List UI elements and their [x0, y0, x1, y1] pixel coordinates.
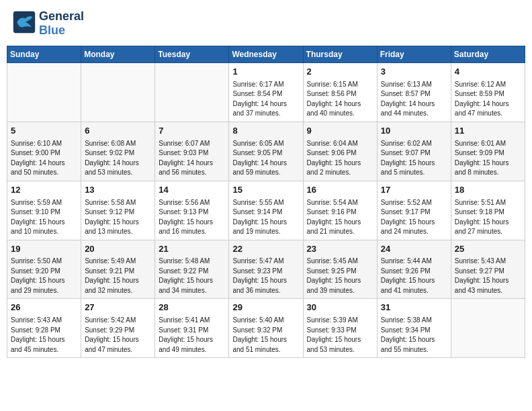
sunset-text: Sunset: 8:57 PM: [381, 89, 447, 99]
day-number: 16: [307, 184, 373, 197]
sunrise-text: Sunrise: 5:41 AM: [159, 316, 225, 326]
calendar-cell: 20Sunrise: 5:49 AMSunset: 9:21 PMDayligh…: [81, 240, 155, 299]
sunrise-text: Sunrise: 6:02 AM: [381, 139, 447, 149]
day-number: 9: [307, 125, 373, 138]
daylight-text: Daylight: 15 hours and 13 minutes.: [85, 218, 151, 237]
cell-info: Sunrise: 5:58 AMSunset: 9:12 PMDaylight:…: [85, 198, 151, 237]
cell-info: Sunrise: 5:43 AMSunset: 9:27 PMDaylight:…: [455, 257, 521, 295]
sunset-text: Sunset: 9:02 PM: [85, 148, 151, 158]
day-number: 4: [455, 66, 521, 79]
sunset-text: Sunset: 8:56 PM: [307, 89, 373, 99]
sunrise-text: Sunrise: 5:40 AM: [232, 316, 299, 326]
calendar-cell: 10Sunrise: 6:02 AMSunset: 9:07 PMDayligh…: [377, 122, 451, 181]
calendar-cell: 26Sunrise: 5:43 AMSunset: 9:28 PMDayligh…: [7, 299, 81, 358]
day-number: 21: [159, 243, 225, 256]
day-number: 26: [11, 302, 77, 314]
calendar-cell: 5Sunrise: 6:10 AMSunset: 9:00 PMDaylight…: [7, 122, 81, 181]
daylight-text: Daylight: 15 hours and 21 minutes.: [307, 218, 373, 237]
daylight-text: Daylight: 15 hours and 16 minutes.: [159, 218, 225, 237]
sunset-text: Sunset: 8:54 PM: [232, 89, 299, 99]
daylight-text: Daylight: 15 hours and 51 minutes.: [232, 335, 299, 355]
sunrise-text: Sunrise: 5:45 AM: [307, 257, 373, 267]
calendar-cell: 31Sunrise: 5:38 AMSunset: 9:34 PMDayligh…: [377, 299, 451, 358]
calendar-cell: 4Sunrise: 6:12 AMSunset: 8:59 PMDaylight…: [451, 63, 525, 122]
calendar-cell: 19Sunrise: 5:50 AMSunset: 9:20 PMDayligh…: [7, 240, 81, 299]
weekday-header-friday: Friday: [377, 46, 451, 63]
sunrise-text: Sunrise: 5:59 AM: [11, 198, 77, 208]
day-number: 23: [307, 243, 373, 256]
sunrise-text: Sunrise: 6:13 AM: [381, 80, 447, 90]
daylight-text: Daylight: 15 hours and 10 minutes.: [11, 218, 77, 237]
sunset-text: Sunset: 9:06 PM: [307, 148, 373, 158]
cell-info: Sunrise: 5:59 AMSunset: 9:10 PMDaylight:…: [11, 198, 77, 237]
daylight-text: Daylight: 15 hours and 55 minutes.: [381, 335, 447, 355]
weekday-header-saturday: Saturday: [451, 46, 525, 63]
week-row-4: 19Sunrise: 5:50 AMSunset: 9:20 PMDayligh…: [7, 240, 525, 299]
calendar-cell: 30Sunrise: 5:39 AMSunset: 9:33 PMDayligh…: [303, 299, 377, 358]
cell-info: Sunrise: 5:38 AMSunset: 9:34 PMDaylight:…: [381, 316, 447, 355]
calendar-cell: 23Sunrise: 5:45 AMSunset: 9:25 PMDayligh…: [303, 240, 377, 299]
sunrise-text: Sunrise: 5:50 AM: [11, 257, 77, 267]
sunset-text: Sunset: 9:17 PM: [381, 208, 447, 218]
sunset-text: Sunset: 9:21 PM: [85, 267, 151, 277]
day-number: 31: [381, 302, 447, 314]
day-number: 18: [455, 184, 521, 197]
page-header: General Blue: [7, 7, 525, 40]
logo-text-block: General Blue: [39, 9, 84, 38]
calendar-cell: 15Sunrise: 5:55 AMSunset: 9:14 PMDayligh…: [229, 181, 303, 240]
daylight-text: Daylight: 15 hours and 19 minutes.: [232, 218, 299, 237]
weekday-header-wednesday: Wednesday: [229, 46, 303, 63]
day-number: 27: [85, 302, 151, 314]
weekday-header-row: SundayMondayTuesdayWednesdayThursdayFrid…: [7, 46, 525, 63]
day-number: 25: [455, 243, 521, 256]
sunrise-text: Sunrise: 6:01 AM: [455, 139, 521, 149]
calendar-cell: 8Sunrise: 6:05 AMSunset: 9:05 PMDaylight…: [229, 122, 303, 181]
cell-info: Sunrise: 6:08 AMSunset: 9:02 PMDaylight:…: [85, 139, 151, 178]
sunrise-text: Sunrise: 6:07 AM: [159, 139, 225, 149]
sunrise-text: Sunrise: 5:43 AM: [11, 316, 77, 326]
cell-info: Sunrise: 5:56 AMSunset: 9:13 PMDaylight:…: [159, 198, 225, 237]
calendar-cell: [155, 63, 229, 122]
daylight-text: Daylight: 14 hours and 40 minutes.: [307, 99, 373, 119]
cell-info: Sunrise: 5:39 AMSunset: 9:33 PMDaylight:…: [307, 316, 373, 355]
sunrise-text: Sunrise: 6:04 AM: [307, 139, 373, 149]
daylight-text: Daylight: 15 hours and 8 minutes.: [455, 158, 521, 178]
sunrise-text: Sunrise: 5:51 AM: [455, 198, 521, 208]
sunrise-text: Sunrise: 5:54 AM: [307, 198, 373, 208]
cell-info: Sunrise: 6:05 AMSunset: 9:05 PMDaylight:…: [232, 139, 299, 178]
logo-blue: Blue: [39, 24, 65, 38]
calendar-cell: 18Sunrise: 5:51 AMSunset: 9:18 PMDayligh…: [451, 181, 525, 240]
sunrise-text: Sunrise: 6:15 AM: [307, 80, 373, 90]
day-number: 17: [381, 184, 447, 197]
cell-info: Sunrise: 6:15 AMSunset: 8:56 PMDaylight:…: [307, 80, 373, 119]
calendar-cell: 28Sunrise: 5:41 AMSunset: 9:31 PMDayligh…: [155, 299, 229, 358]
daylight-text: Daylight: 15 hours and 49 minutes.: [159, 335, 225, 355]
sunrise-text: Sunrise: 5:42 AM: [85, 316, 151, 326]
sunset-text: Sunset: 9:20 PM: [11, 267, 77, 277]
day-number: 11: [455, 125, 521, 138]
sunset-text: Sunset: 9:13 PM: [159, 208, 225, 218]
cell-info: Sunrise: 5:51 AMSunset: 9:18 PMDaylight:…: [455, 198, 521, 237]
daylight-text: Daylight: 15 hours and 5 minutes.: [381, 158, 447, 178]
daylight-text: Daylight: 14 hours and 56 minutes.: [159, 158, 225, 178]
calendar-cell: 22Sunrise: 5:47 AMSunset: 9:23 PMDayligh…: [229, 240, 303, 299]
calendar-cell: 27Sunrise: 5:42 AMSunset: 9:29 PMDayligh…: [81, 299, 155, 358]
calendar-cell: 16Sunrise: 5:54 AMSunset: 9:16 PMDayligh…: [303, 181, 377, 240]
sunrise-text: Sunrise: 6:10 AM: [11, 139, 77, 149]
calendar-cell: 17Sunrise: 5:52 AMSunset: 9:17 PMDayligh…: [377, 181, 451, 240]
day-number: 24: [381, 243, 447, 256]
sunset-text: Sunset: 9:22 PM: [159, 267, 225, 277]
calendar-cell: 1Sunrise: 6:17 AMSunset: 8:54 PMDaylight…: [229, 63, 303, 122]
cell-info: Sunrise: 5:55 AMSunset: 9:14 PMDaylight:…: [232, 198, 299, 237]
week-row-2: 5Sunrise: 6:10 AMSunset: 9:00 PMDaylight…: [7, 122, 525, 181]
logo: General Blue: [12, 9, 84, 38]
calendar-cell: 13Sunrise: 5:58 AMSunset: 9:12 PMDayligh…: [81, 181, 155, 240]
day-number: 29: [232, 302, 299, 314]
calendar-cell: [81, 63, 155, 122]
weekday-header-monday: Monday: [81, 46, 155, 63]
calendar-cell: [7, 63, 81, 122]
daylight-text: Daylight: 15 hours and 2 minutes.: [307, 158, 373, 178]
sunrise-text: Sunrise: 5:47 AM: [232, 257, 299, 267]
daylight-text: Daylight: 15 hours and 29 minutes.: [11, 276, 77, 295]
sunset-text: Sunset: 9:03 PM: [159, 148, 225, 158]
